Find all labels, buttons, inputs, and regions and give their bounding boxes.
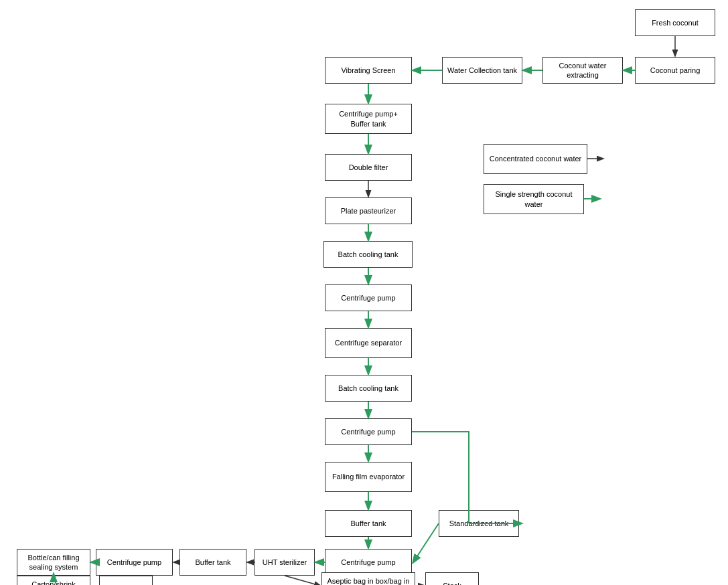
falling-film-evaporator: Falling film evaporator: [325, 462, 412, 492]
centrifuge-pump-2: Centrifuge pump: [325, 418, 412, 445]
batch-cooling-tank-2: Batch cooling tank: [325, 375, 412, 402]
centrifuge-separator: Centrifuge separator: [325, 328, 412, 358]
double-filter: Double filter: [325, 154, 412, 181]
centrifuge-pump-4: Centrifuge pump: [96, 549, 173, 576]
coconut-water-extracting: Coconut water extracting: [542, 57, 623, 84]
centrifuge-pump-1: Centrifuge pump: [325, 284, 412, 311]
fresh-coconut: Fresh coconut: [635, 9, 715, 36]
buffer-tank-1: Buffer tank: [325, 510, 412, 537]
single-strength-coconut-water: Single strength coconut water: [484, 184, 584, 214]
carton-shrink: Carton/shrink packing machine: [17, 576, 90, 585]
svg-line-21: [285, 576, 320, 585]
svg-line-16: [413, 523, 439, 562]
batch-cooling-tank-1: Batch cooling tank: [323, 241, 413, 268]
vibrating-screen: Vibrating Screen: [325, 57, 412, 84]
stock-2: Stock: [99, 576, 153, 585]
bottle-can-filling: Bottle/can filling sealing system: [17, 549, 90, 576]
concentrated-coconut-water: Concentrated coconut water: [484, 144, 587, 174]
plate-pasteurizer: Plate pasteurizer: [325, 197, 412, 224]
centrifuge-pump-buffer: Centrifuge pump+ Buffer tank: [325, 104, 412, 134]
coconut-paring: Coconut paring: [635, 57, 715, 84]
uht-sterilizer: UHT sterilizer: [254, 549, 315, 576]
standardized-tank: Standardized tank: [439, 510, 519, 537]
water-collection-tank: Water Collection tank: [442, 57, 522, 84]
aseptic-bag: Aseptic bag in box/bag in drum filler: [321, 572, 415, 585]
centrifuge-pump-3: Centrifuge pump: [325, 549, 412, 576]
buffer-tank-2: Buffer tank: [179, 549, 246, 576]
stock-1: Stock: [425, 572, 479, 585]
process-diagram: Fresh coconutCoconut paringCoconut water…: [0, 0, 728, 585]
